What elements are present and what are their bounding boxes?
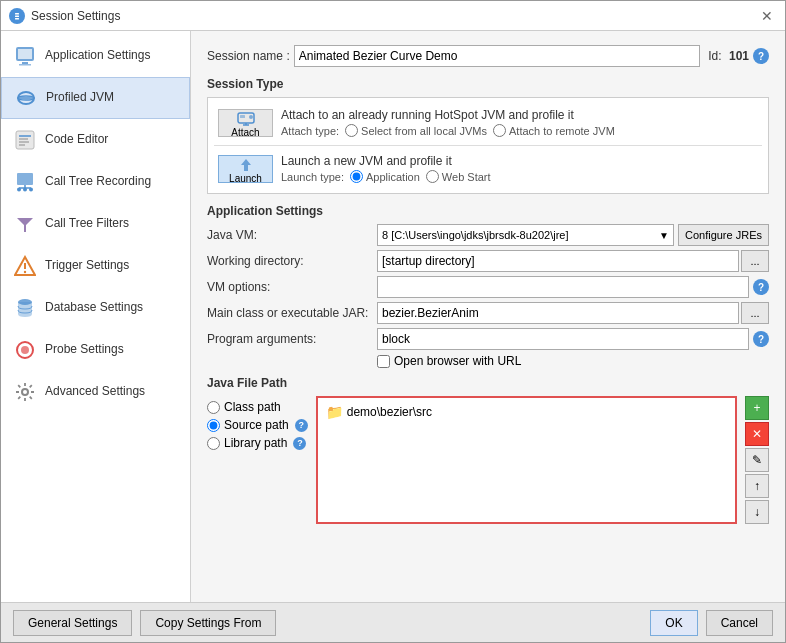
svg-point-24 — [24, 271, 26, 273]
library-path-help-icon[interactable]: ? — [293, 437, 306, 450]
program-args-row: Program arguments: ? — [207, 328, 769, 350]
attach-option: Attach Attach to an already running HotS… — [214, 104, 762, 141]
attach-type-label: Attach type: — [281, 125, 339, 137]
database-settings-icon — [13, 296, 37, 320]
launch-button[interactable]: Launch — [218, 155, 273, 183]
vm-options-help-icon[interactable]: ? — [753, 279, 769, 295]
launch-type-label: Launch type: — [281, 171, 344, 183]
file-actions: + ✕ ✎ ↑ ↓ — [745, 396, 769, 524]
footer: General Settings Copy Settings From OK C… — [1, 602, 785, 642]
application-settings-icon — [13, 44, 37, 68]
file-path-radio-group: Class path Source path ? Library path ? — [207, 396, 308, 524]
file-path-item: demo\bezier\src — [347, 405, 432, 419]
launch-desc: Launch a new JVM and profile it — [281, 154, 758, 168]
sidebar-label-probe-settings: Probe Settings — [45, 342, 124, 358]
close-button[interactable]: ✕ — [757, 6, 777, 26]
session-id-label: Id: 101 — [708, 49, 749, 63]
app-settings-section: Java VM: 8 [C:\Users\ingo\jdks\jbrsdk-8u… — [207, 224, 769, 368]
main-class-browse-button[interactable]: ... — [741, 302, 769, 324]
sidebar-item-application-settings[interactable]: Application Settings — [1, 35, 190, 77]
cancel-button[interactable]: Cancel — [706, 610, 773, 636]
file-list-area[interactable]: 📁 demo\bezier\src — [316, 396, 737, 524]
svg-rect-1 — [15, 13, 19, 15]
class-path-radio[interactable]: Class path — [207, 400, 308, 414]
attach-button[interactable]: Attach — [218, 109, 273, 137]
call-tree-recording-icon — [13, 170, 37, 194]
launch-web-radio[interactable]: Web Start — [426, 170, 491, 183]
session-settings-window: Session Settings ✕ Application Settings — [0, 0, 786, 643]
app-settings-section-label: Application Settings — [207, 204, 769, 218]
copy-settings-button[interactable]: Copy Settings From — [140, 610, 276, 636]
sidebar-item-trigger-settings[interactable]: Trigger Settings — [1, 245, 190, 287]
sidebar-item-database-settings[interactable]: Database Settings — [1, 287, 190, 329]
vm-options-input[interactable] — [377, 276, 749, 298]
launch-option: Launch Launch a new JVM and profile it L… — [214, 150, 762, 187]
main-layout: Application Settings Profiled JVM — [1, 31, 785, 602]
svg-rect-5 — [18, 49, 32, 59]
main-class-row: Main class or executable JAR: ... — [207, 302, 769, 324]
attach-local-radio[interactable]: Select from all local JVMs — [345, 124, 487, 137]
call-tree-filters-icon — [13, 212, 37, 236]
title-bar: Session Settings ✕ — [1, 1, 785, 31]
sidebar-item-call-tree-recording[interactable]: Call Tree Recording — [1, 161, 190, 203]
launch-app-radio[interactable]: Application — [350, 170, 420, 183]
general-settings-button[interactable]: General Settings — [13, 610, 132, 636]
sidebar-label-profiled-jvm: Profiled JVM — [46, 90, 114, 106]
sidebar-label-call-tree-recording: Call Tree Recording — [45, 174, 151, 190]
vm-options-row: VM options: ? — [207, 276, 769, 298]
session-name-row: Session name : Id: 101 ? — [207, 45, 769, 67]
sidebar-item-advanced-settings[interactable]: Advanced Settings — [1, 371, 190, 413]
working-dir-browse-button[interactable]: ... — [741, 250, 769, 272]
main-class-label: Main class or executable JAR: — [207, 306, 377, 320]
program-args-input[interactable] — [377, 328, 749, 350]
footer-right: OK Cancel — [650, 610, 773, 636]
svg-point-27 — [21, 346, 29, 354]
add-file-button[interactable]: + — [745, 396, 769, 420]
main-class-input[interactable] — [377, 302, 739, 324]
java-vm-row: Java VM: 8 [C:\Users\ingo\jdks\jbrsdk-8u… — [207, 224, 769, 246]
open-browser-checkbox[interactable] — [377, 355, 390, 368]
sidebar-item-probe-settings[interactable]: Probe Settings — [1, 329, 190, 371]
java-file-path-label: Java File Path — [207, 376, 769, 390]
svg-rect-6 — [22, 62, 28, 64]
dropdown-arrow-icon: ▼ — [659, 230, 669, 241]
program-args-help-icon[interactable]: ? — [753, 331, 769, 347]
move-up-button[interactable]: ↑ — [745, 474, 769, 498]
list-item[interactable]: 📁 demo\bezier\src — [322, 402, 731, 422]
java-vm-dropdown[interactable]: 8 [C:\Users\ingo\jdks\jbrsdk-8u202\jre] … — [377, 224, 674, 246]
session-help-icon[interactable]: ? — [753, 48, 769, 64]
window-title: Session Settings — [31, 9, 120, 23]
session-name-label: Session name : — [207, 49, 290, 63]
edit-file-button[interactable]: ✎ — [745, 448, 769, 472]
java-vm-label: Java VM: — [207, 228, 377, 242]
session-name-input[interactable] — [294, 45, 701, 67]
ok-button[interactable]: OK — [650, 610, 697, 636]
working-dir-input[interactable] — [377, 250, 739, 272]
footer-left: General Settings Copy Settings From — [13, 610, 276, 636]
library-path-radio[interactable]: Library path ? — [207, 436, 308, 450]
advanced-settings-icon — [13, 380, 37, 404]
type-divider — [214, 145, 762, 146]
sidebar-item-code-editor[interactable]: Code Editor — [1, 119, 190, 161]
program-args-label: Program arguments: — [207, 332, 377, 346]
window-icon — [9, 8, 25, 24]
trigger-settings-icon — [13, 254, 37, 278]
code-editor-icon — [13, 128, 37, 152]
open-browser-label: Open browser with URL — [394, 354, 521, 368]
sidebar-label-trigger-settings: Trigger Settings — [45, 258, 129, 274]
vm-options-label: VM options: — [207, 280, 377, 294]
content-area: Session name : Id: 101 ? Session Type — [191, 31, 785, 602]
move-down-button[interactable]: ↓ — [745, 500, 769, 524]
svg-rect-7 — [19, 64, 31, 66]
session-type-label: Session Type — [207, 77, 769, 91]
remove-file-button[interactable]: ✕ — [745, 422, 769, 446]
sidebar-label-advanced-settings: Advanced Settings — [45, 384, 145, 400]
sidebar-label-call-tree-filters: Call Tree Filters — [45, 216, 129, 232]
source-path-radio[interactable]: Source path ? — [207, 418, 308, 432]
sidebar-item-profiled-jvm[interactable]: Profiled JVM — [1, 77, 190, 119]
configure-jres-button[interactable]: Configure JREs — [678, 224, 769, 246]
attach-remote-radio[interactable]: Attach to remote JVM — [493, 124, 615, 137]
source-path-help-icon[interactable]: ? — [295, 419, 308, 432]
sidebar-label-database-settings: Database Settings — [45, 300, 143, 316]
sidebar-item-call-tree-filters[interactable]: Call Tree Filters — [1, 203, 190, 245]
